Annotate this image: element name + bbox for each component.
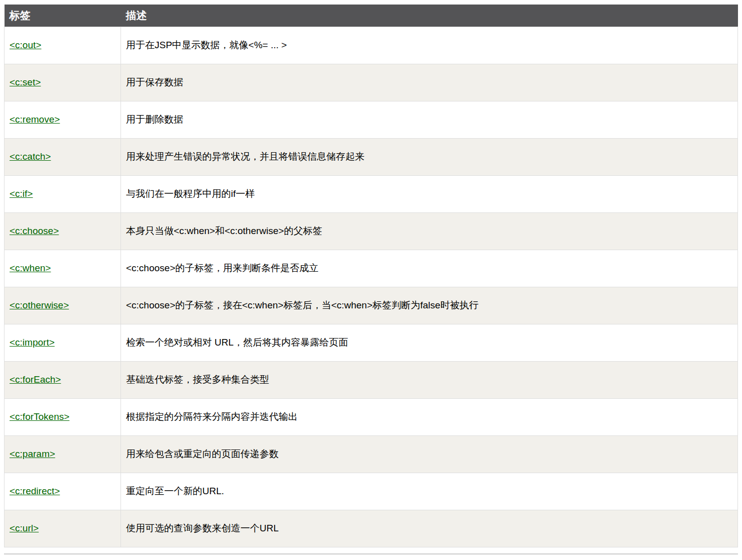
table-row: <c:forTokens> 根据指定的分隔符来分隔内容并迭代输出 (5, 398, 738, 435)
tag-description: 根据指定的分隔符来分隔内容并迭代输出 (126, 411, 298, 422)
table-row: <c:catch> 用来处理产生错误的异常状况，并且将错误信息储存起来 (5, 138, 738, 175)
description-cell: 根据指定的分隔符来分隔内容并迭代输出 (121, 398, 738, 435)
column-header-tag: 标签 (5, 5, 121, 27)
tag-link[interactable]: <c:remove> (10, 114, 60, 125)
table-row: <c:choose> 本身只当做<c:when>和<c:otherwise>的父… (5, 212, 738, 250)
tag-link[interactable]: <c:catch> (10, 151, 51, 162)
description-cell: <c:choose>的子标签，接在<c:when>标签后，当<c:when>标签… (121, 287, 738, 324)
tag-description: 检索一个绝对或相对 URL，然后将其内容暴露给页面 (126, 337, 348, 348)
table-row: <c:out> 用于在JSP中显示数据，就像<%= ... > (5, 27, 738, 64)
table-row: <c:if> 与我们在一般程序中用的if一样 (5, 175, 738, 212)
tag-description: 用于在JSP中显示数据，就像<%= ... > (126, 40, 287, 50)
tag-cell: <c:otherwise> (5, 287, 121, 324)
description-cell: 重定向至一个新的URL. (121, 473, 738, 510)
tag-link[interactable]: <c:out> (10, 40, 41, 50)
description-cell: 用于保存数据 (121, 64, 738, 101)
tag-description: 基础迭代标签，接受多种集合类型 (126, 374, 269, 385)
description-cell: 用于删除数据 (121, 101, 738, 138)
tag-link[interactable]: <c:if> (10, 188, 33, 199)
tag-link[interactable]: <c:set> (10, 77, 41, 87)
tag-cell: <c:choose> (5, 212, 121, 250)
description-cell: 与我们在一般程序中用的if一样 (121, 175, 738, 212)
tag-cell: <c:param> (5, 435, 121, 473)
tag-link[interactable]: <c:forTokens> (10, 411, 69, 422)
tag-description: 与我们在一般程序中用的if一样 (126, 188, 255, 199)
tag-cell: <c:when> (5, 250, 121, 287)
tag-description: 用来处理产生错误的异常状况，并且将错误信息储存起来 (126, 151, 364, 162)
tag-cell: <c:if> (5, 175, 121, 212)
tag-link[interactable]: <c:when> (10, 263, 51, 273)
tag-description: 本身只当做<c:when>和<c:otherwise>的父标签 (126, 226, 322, 236)
bottom-divider (4, 553, 738, 554)
table-body: <c:out> 用于在JSP中显示数据，就像<%= ... > <c:set> … (5, 27, 738, 547)
table-row: <c:when> <c:choose>的子标签，用来判断条件是否成立 (5, 250, 738, 287)
jstl-tag-reference-table: 标签 描述 <c:out> 用于在JSP中显示数据，就像<%= ... > <c… (4, 5, 738, 547)
tag-cell: <c:out> (5, 27, 121, 64)
tag-link[interactable]: <c:redirect> (10, 486, 60, 496)
tag-description: 用于删除数据 (126, 114, 183, 125)
tag-link[interactable]: <c:import> (10, 337, 55, 348)
table-row: <c:forEach> 基础迭代标签，接受多种集合类型 (5, 361, 738, 398)
table-row: <c:set> 用于保存数据 (5, 64, 738, 101)
tag-cell: <c:redirect> (5, 473, 121, 510)
tag-description: 重定向至一个新的URL. (126, 486, 224, 496)
description-cell: 用来给包含或重定向的页面传递参数 (121, 435, 738, 473)
tag-cell: <c:set> (5, 64, 121, 101)
tag-description: 使用可选的查询参数来创造一个URL (126, 523, 279, 533)
description-cell: 基础迭代标签，接受多种集合类型 (121, 361, 738, 398)
table-row: <c:url> 使用可选的查询参数来创造一个URL (5, 510, 738, 547)
page: 标签 描述 <c:out> 用于在JSP中显示数据，就像<%= ... > <c… (0, 0, 742, 560)
description-cell: 用于在JSP中显示数据，就像<%= ... > (121, 27, 738, 64)
tag-cell: <c:forEach> (5, 361, 121, 398)
tag-link[interactable]: <c:url> (10, 523, 39, 533)
tag-link[interactable]: <c:choose> (10, 226, 59, 236)
description-cell: <c:choose>的子标签，用来判断条件是否成立 (121, 250, 738, 287)
description-cell: 本身只当做<c:when>和<c:otherwise>的父标签 (121, 212, 738, 250)
tag-cell: <c:remove> (5, 101, 121, 138)
tag-link[interactable]: <c:forEach> (10, 374, 61, 385)
tag-description: 用来给包含或重定向的页面传递参数 (126, 449, 279, 459)
tag-description: <c:choose>的子标签，接在<c:when>标签后，当<c:when>标签… (126, 300, 478, 310)
table-row: <c:param> 用来给包含或重定向的页面传递参数 (5, 435, 738, 473)
table-row: <c:import> 检索一个绝对或相对 URL，然后将其内容暴露给页面 (5, 324, 738, 361)
description-cell: 检索一个绝对或相对 URL，然后将其内容暴露给页面 (121, 324, 738, 361)
tag-link[interactable]: <c:otherwise> (10, 300, 69, 310)
description-cell: 使用可选的查询参数来创造一个URL (121, 510, 738, 547)
table-row: <c:otherwise> <c:choose>的子标签，接在<c:when>标… (5, 287, 738, 324)
table-row: <c:remove> 用于删除数据 (5, 101, 738, 138)
tag-cell: <c:url> (5, 510, 121, 547)
tag-description: 用于保存数据 (126, 77, 183, 87)
table-row: <c:redirect> 重定向至一个新的URL. (5, 473, 738, 510)
tag-cell: <c:forTokens> (5, 398, 121, 435)
column-header-description: 描述 (121, 5, 738, 27)
table-header-row: 标签 描述 (5, 5, 738, 27)
tag-cell: <c:catch> (5, 138, 121, 175)
description-cell: 用来处理产生错误的异常状况，并且将错误信息储存起来 (121, 138, 738, 175)
tag-cell: <c:import> (5, 324, 121, 361)
tag-link[interactable]: <c:param> (10, 449, 55, 459)
tag-description: <c:choose>的子标签，用来判断条件是否成立 (126, 263, 318, 273)
